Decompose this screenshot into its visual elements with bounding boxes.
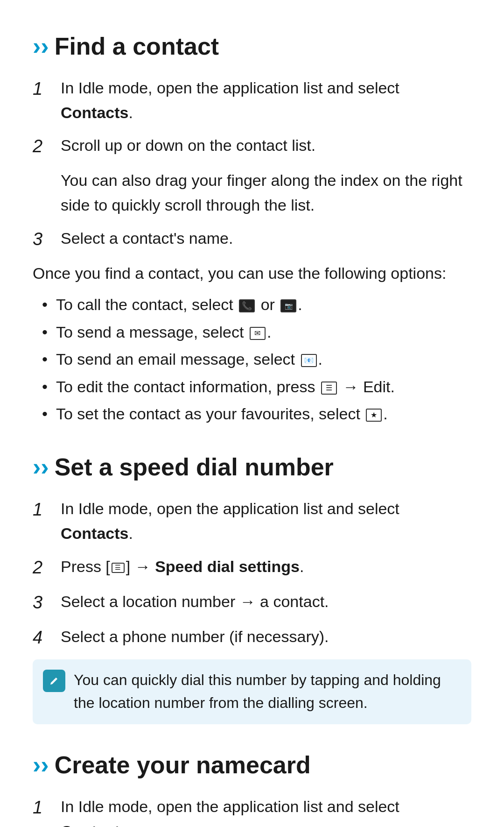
- speed-step-content-3: Select a location number → a contact.: [61, 589, 471, 614]
- section-heading-speed-dial: Set a speed dial number: [55, 449, 334, 485]
- speed-step-number-4: 4: [33, 624, 61, 651]
- speed-step-3: 3 Select a location number → a contact.: [33, 589, 471, 616]
- speed-step-1: 1 In Idle mode, open the application lis…: [33, 496, 471, 545]
- namecard-step-content-1: In Idle mode, open the application list …: [61, 794, 471, 827]
- speed-step-content-2: Press [☰] → Speed dial settings.: [61, 554, 471, 579]
- step-1: 1 In Idle mode, open the application lis…: [33, 76, 471, 125]
- speed-step-number-2: 2: [33, 554, 61, 581]
- note-box-speed-dial: You can quickly dial this number by tapp…: [33, 659, 471, 724]
- section-title-namecard: ›› Create your namecard: [33, 747, 471, 783]
- section-heading-text: Find a contact: [55, 28, 219, 64]
- speed-step-4: 4 Select a phone number (if necessary).: [33, 624, 471, 651]
- bullet-dot-3: •: [42, 346, 48, 372]
- star-icon: ★: [366, 409, 382, 422]
- menu-icon-2: ☰: [112, 563, 125, 573]
- speed-step-number-1: 1: [33, 496, 61, 523]
- option-favourite-text: To set the contact as your favourites, s…: [56, 401, 388, 426]
- chevron-icon-2: ››: [33, 449, 49, 485]
- option-call: • To call the contact, select 📞 or 📷.: [42, 292, 471, 317]
- video-icon: 📷: [280, 299, 296, 312]
- bullet-dot: •: [42, 292, 48, 317]
- menu-icon-1: ☰: [321, 382, 337, 395]
- option-edit: • To edit the contact information, press…: [42, 374, 471, 399]
- option-message-text: To send a message, select ✉.: [56, 319, 271, 345]
- step-3: 3 Select a contact's name.: [33, 226, 471, 253]
- step-number-1: 1: [33, 76, 61, 102]
- section-speed-dial: ›› Set a speed dial number 1 In Idle mod…: [33, 449, 471, 724]
- phone-icon: 📞: [239, 299, 255, 312]
- step-content-2: Scroll up or down on the contact list.: [61, 133, 471, 158]
- email-icon: 📧: [301, 354, 317, 367]
- section-find-contact: ›› Find a contact 1 In Idle mode, open t…: [33, 28, 471, 426]
- option-message: • To send a message, select ✉.: [42, 319, 471, 345]
- option-edit-text: To edit the contact information, press ☰…: [56, 374, 395, 399]
- namecard-step-number-1: 1: [33, 794, 61, 821]
- speed-step-content-1: In Idle mode, open the application list …: [61, 496, 471, 545]
- bullet-dot-4: •: [42, 374, 48, 399]
- step-number-2: 2: [33, 133, 61, 160]
- bullet-dot-5: •: [42, 401, 48, 426]
- speed-step-number-3: 3: [33, 589, 61, 616]
- section-title-speed-dial: ›› Set a speed dial number: [33, 449, 471, 485]
- options-intro: Once you find a contact, you can use the…: [33, 261, 471, 286]
- speed-step-2: 2 Press [☰] → Speed dial settings.: [33, 554, 471, 581]
- option-favourite: • To set the contact as your favourites,…: [42, 401, 471, 426]
- option-call-text: To call the contact, select 📞 or 📷.: [56, 292, 302, 317]
- step-number-3: 3: [33, 226, 61, 253]
- step-content-3: Select a contact's name.: [61, 226, 471, 251]
- namecard-step-1: 1 In Idle mode, open the application lis…: [33, 794, 471, 827]
- msg-icon: ✉: [250, 327, 266, 340]
- speed-step-content-4: Select a phone number (if necessary).: [61, 624, 471, 649]
- step-2-subnote: You can also drag your finger along the …: [61, 168, 471, 217]
- section-title-find-contact: ›› Find a contact: [33, 28, 471, 64]
- option-email: • To send an email message, select 📧.: [42, 346, 471, 372]
- chevron-icon-3: ››: [33, 747, 49, 783]
- step-2: 2 Scroll up or down on the contact list.: [33, 133, 471, 160]
- note-text-speed-dial: You can quickly dial this number by tapp…: [74, 669, 461, 715]
- pencil-icon: [47, 673, 62, 688]
- options-list: • To call the contact, select 📞 or 📷. • …: [42, 292, 471, 426]
- note-icon: [43, 670, 65, 692]
- chevron-icon: ››: [33, 28, 49, 64]
- section-heading-namecard: Create your namecard: [55, 747, 311, 783]
- step-content-1: In Idle mode, open the application list …: [61, 76, 471, 125]
- option-email-text: To send an email message, select 📧.: [56, 346, 322, 372]
- section-namecard: ›› Create your namecard 1 In Idle mode, …: [33, 747, 471, 827]
- bullet-dot-2: •: [42, 319, 48, 345]
